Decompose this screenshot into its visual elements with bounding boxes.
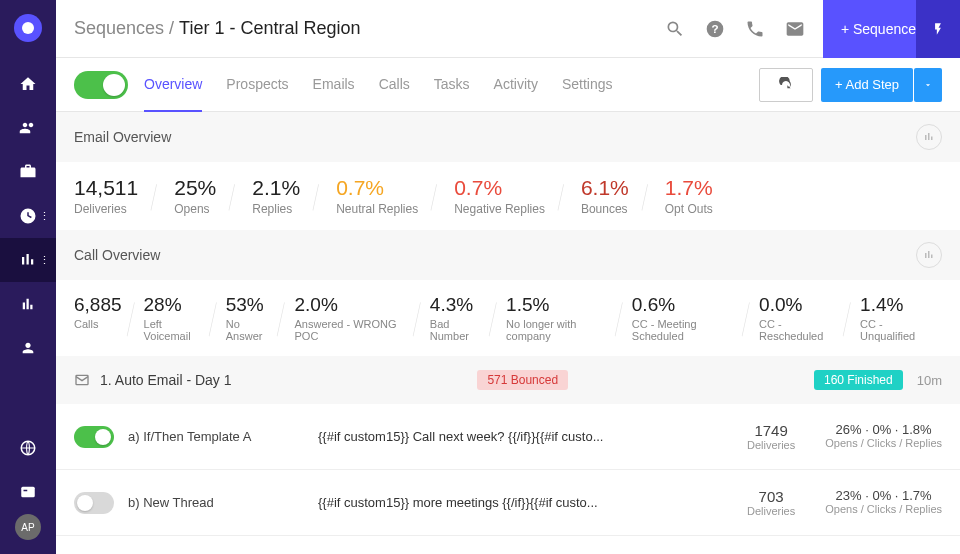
add-step-button[interactable]: + Add Step: [821, 68, 913, 102]
email-icon[interactable]: [785, 19, 805, 39]
tab-prospects[interactable]: Prospects: [226, 58, 288, 111]
nav-clock[interactable]: ⋮: [0, 194, 56, 238]
svg-rect-1: [21, 487, 35, 498]
stat-value: 4.3%: [430, 294, 484, 316]
stat-label: Opens: [174, 202, 216, 216]
stat-item: 4.3%Bad Number: [419, 294, 495, 342]
tab-calls[interactable]: Calls: [379, 58, 410, 111]
stat-item: 6,885Calls: [74, 294, 133, 342]
nav-analytics[interactable]: [0, 282, 56, 326]
finished-badge: 160 Finished: [814, 370, 903, 390]
step-head: 1. Auto Email - Day 1 571 Bounced 160 Fi…: [56, 356, 960, 404]
nav-globe[interactable]: [0, 426, 56, 470]
phone-icon[interactable]: [745, 19, 765, 39]
nav-user[interactable]: [0, 326, 56, 370]
bounced-badge: 571 Bounced: [477, 370, 568, 390]
email-overview-head: Email Overview: [56, 112, 960, 162]
stat-label: Opt Outs: [665, 202, 713, 216]
page-title: Tier 1 - Central Region: [179, 18, 360, 38]
row-toggle[interactable]: [74, 492, 114, 514]
sequence-toggle[interactable]: [74, 71, 128, 99]
stat-item: 0.0%CC - Rescheduled: [748, 294, 849, 342]
stat-item: 28%Left Voicemail: [133, 294, 215, 342]
stat-item: 1.7%Opt Outs: [647, 176, 731, 216]
stat-item: 0.7%Negative Replies: [436, 176, 563, 216]
tab-tasks[interactable]: Tasks: [434, 58, 470, 111]
stat-value: 28%: [144, 294, 204, 316]
dots-icon: ⋮: [39, 254, 50, 267]
step-title: 1. Auto Email - Day 1: [100, 372, 232, 388]
tab-overview[interactable]: Overview: [144, 58, 202, 112]
add-step-dropdown[interactable]: [914, 68, 942, 102]
stat-value: 0.7%: [336, 176, 418, 200]
stat-label: No Answer: [226, 318, 273, 342]
nav-card[interactable]: [0, 470, 56, 514]
stat-item: 25%Opens: [156, 176, 234, 216]
stat-label: No longer with company: [506, 318, 610, 342]
stat-label: Deliveries: [74, 202, 138, 216]
stat-value: 1.5%: [506, 294, 610, 316]
stat-label: Neutral Replies: [336, 202, 418, 216]
sidebar: ⋮ ⋮ AP: [0, 0, 56, 554]
breadcrumb-parent[interactable]: Sequences: [74, 18, 164, 38]
row-stats: 1749Deliveries 26% · 0% · 1.8%Opens / Cl…: [747, 422, 942, 451]
chart-icon[interactable]: [916, 124, 942, 150]
call-overview-head: Call Overview: [56, 230, 960, 280]
row-snippet: {{#if custom15}} Call next week? {{/if}}…: [318, 429, 747, 444]
stat-item: 2.0%Answered - WRONG POC: [283, 294, 418, 342]
stat-item: 6.1%Bounces: [563, 176, 647, 216]
stat-item: 0.7%Neutral Replies: [318, 176, 436, 216]
bolt-button[interactable]: [916, 0, 960, 58]
section-title: Email Overview: [74, 129, 171, 145]
stat-item: 14,511Deliveries: [74, 176, 156, 216]
stat-label: Negative Replies: [454, 202, 545, 216]
template-row: a) If/Then Template A {{#if custom15}} C…: [56, 404, 960, 470]
row-snippet: {{#if custom15}} more meetings {{/if}}{{…: [318, 495, 747, 510]
nav-home[interactable]: [0, 62, 56, 106]
tab-emails[interactable]: Emails: [313, 58, 355, 111]
header: Sequences / Tier 1 - Central Region ? + …: [56, 0, 960, 58]
stat-value: 1.7%: [665, 176, 713, 200]
envelope-icon: [74, 372, 90, 388]
chart-icon[interactable]: [916, 242, 942, 268]
email-stats: 14,511Deliveries25%Opens2.1%Replies0.7%N…: [56, 162, 960, 230]
stat-label: Calls: [74, 318, 122, 330]
stat-item: 1.5%No longer with company: [495, 294, 621, 342]
nav-briefcase[interactable]: [0, 150, 56, 194]
avatar[interactable]: AP: [15, 514, 41, 540]
call-stats: 6,885Calls28%Left Voicemail53%No Answer2…: [56, 280, 960, 356]
nav-reports-active[interactable]: ⋮: [0, 238, 56, 282]
template-row: b) New Thread {{#if custom15}} more meet…: [56, 470, 960, 536]
stat-value: 0.6%: [632, 294, 737, 316]
tabs: Overview Prospects Emails Calls Tasks Ac…: [144, 58, 759, 111]
stat-item: 0.6%CC - Meeting Scheduled: [621, 294, 748, 342]
stat-value: 6,885: [74, 294, 122, 316]
stat-label: CC - Rescheduled: [759, 318, 838, 342]
refresh-button[interactable]: [759, 68, 813, 102]
tab-settings[interactable]: Settings: [562, 58, 613, 111]
stat-value: 6.1%: [581, 176, 629, 200]
row-toggle[interactable]: [74, 426, 114, 448]
stat-label: Left Voicemail: [144, 318, 204, 342]
stat-value: 1.4%: [860, 294, 931, 316]
stat-label: Bad Number: [430, 318, 484, 342]
nav-people[interactable]: [0, 106, 56, 150]
stat-value: 53%: [226, 294, 273, 316]
logo-icon[interactable]: [14, 14, 42, 42]
help-icon[interactable]: ?: [705, 19, 725, 39]
stat-label: Bounces: [581, 202, 629, 216]
stat-value: 0.7%: [454, 176, 545, 200]
row-stats: 703Deliveries 23% · 0% · 1.7%Opens / Cli…: [747, 488, 942, 517]
stat-value: 25%: [174, 176, 216, 200]
row-label[interactable]: a) If/Then Template A: [128, 429, 318, 444]
dots-icon: ⋮: [39, 210, 50, 223]
template-row: c) New Thread {{#if custom15}} {{company…: [56, 536, 960, 554]
breadcrumb: Sequences / Tier 1 - Central Region: [74, 18, 665, 39]
row-label[interactable]: b) New Thread: [128, 495, 318, 510]
stat-value: 14,511: [74, 176, 138, 200]
tab-activity[interactable]: Activity: [494, 58, 538, 111]
stat-item: 53%No Answer: [215, 294, 284, 342]
row-deliveries: 703: [747, 488, 795, 505]
search-icon[interactable]: [665, 19, 685, 39]
row-deliveries: 1749: [747, 422, 795, 439]
